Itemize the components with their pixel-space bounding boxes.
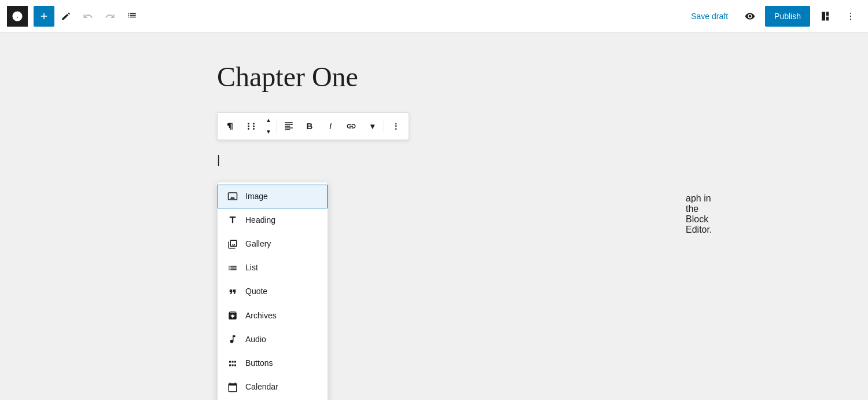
move-up-button[interactable]: ▲: [262, 115, 275, 126]
align-icon: [284, 121, 294, 131]
italic-button[interactable]: I: [320, 116, 341, 137]
toolbar-divider-2: [384, 119, 384, 133]
paragraph-block[interactable]: | Image: [217, 149, 651, 170]
audio-icon: [227, 333, 238, 345]
pencil-icon: [61, 11, 71, 21]
preview-button[interactable]: [740, 6, 760, 27]
move-up-down-buttons: ▲ ▼: [262, 115, 275, 138]
block-type-button[interactable]: [220, 116, 241, 137]
dropdown-item-quote[interactable]: Quote: [218, 280, 328, 303]
dropdown-item-archives[interactable]: Archives: [218, 304, 328, 328]
add-block-button[interactable]: [34, 6, 54, 27]
preview-icon: [745, 11, 755, 21]
link-icon: [346, 121, 356, 131]
post-title[interactable]: Chapter One: [217, 60, 651, 94]
redo-button[interactable]: [100, 6, 120, 27]
gallery-label: Gallery: [245, 237, 271, 251]
heading-label: Heading: [245, 213, 275, 227]
dropdown-item-image[interactable]: Image: [218, 185, 328, 208]
list-icon: [227, 262, 238, 274]
calendar-icon: [227, 381, 238, 393]
gallery-icon: [227, 238, 238, 250]
redo-icon: [105, 11, 115, 21]
document-overview-button[interactable]: [122, 6, 142, 27]
save-draft-button[interactable]: Save draft: [684, 8, 735, 24]
paragraph-icon: [225, 121, 236, 131]
cursor-indicator: |: [217, 153, 220, 166]
block-toolbar: ▲ ▼ B I ▾ ⋮: [217, 112, 409, 140]
main-toolbar: Save draft Publish: [0, 0, 868, 32]
buttons-label: Buttons: [245, 356, 273, 370]
block-inserter-dropdown: Image Heading: [217, 182, 328, 400]
undo-icon: [83, 11, 93, 21]
editor-area: Chapter One ▲ ▼: [0, 32, 868, 400]
bold-label: B: [307, 121, 313, 131]
settings-button[interactable]: [815, 6, 836, 27]
partial-text: aph in the Block Editor.: [686, 193, 712, 235]
plus-icon: [39, 11, 49, 21]
svg-point-2: [850, 19, 851, 20]
settings-icon: [820, 11, 830, 21]
buttons-icon: [227, 358, 238, 369]
dropdown-item-calendar[interactable]: Calendar: [218, 375, 328, 399]
italic-label: I: [329, 121, 332, 131]
list-view-icon: [127, 11, 137, 21]
drag-handle-button[interactable]: [241, 116, 262, 137]
dropdown-item-audio[interactable]: Audio: [218, 328, 328, 351]
dropdown-item-gallery[interactable]: Gallery: [218, 232, 328, 256]
more-vertical-icon: [845, 11, 856, 21]
publish-button[interactable]: Publish: [765, 6, 810, 27]
archives-icon: [227, 310, 238, 321]
svg-point-0: [850, 12, 851, 13]
toolbar-right: Save draft Publish: [684, 6, 861, 27]
archives-label: Archives: [245, 309, 277, 323]
list-label: List: [245, 260, 258, 275]
bold-button[interactable]: B: [299, 116, 320, 137]
heading-icon: [227, 214, 238, 226]
image-label: Image: [245, 189, 268, 204]
wp-logo: [7, 6, 28, 27]
drag-icon: [246, 121, 256, 131]
dropdown-item-list[interactable]: List: [218, 256, 328, 280]
dropdown-item-heading[interactable]: Heading: [218, 208, 328, 232]
wordpress-icon: [12, 10, 23, 22]
calendar-label: Calendar: [245, 380, 278, 394]
move-down-button[interactable]: ▼: [262, 126, 275, 138]
editor-content: Chapter One ▲ ▼: [217, 60, 651, 372]
dropdown-item-buttons[interactable]: Buttons: [218, 351, 328, 375]
quote-icon: [227, 286, 238, 298]
quote-label: Quote: [245, 284, 267, 299]
undo-button[interactable]: [78, 6, 98, 27]
more-options-button[interactable]: [840, 6, 861, 27]
audio-label: Audio: [245, 332, 266, 347]
toolbar-divider-1: [277, 119, 277, 133]
toolbar-left: [7, 6, 142, 27]
link-dropdown-button[interactable]: ▾: [362, 116, 382, 137]
svg-point-1: [850, 15, 851, 16]
image-icon: [227, 190, 238, 202]
tools-button[interactable]: [56, 6, 76, 27]
block-more-options-button[interactable]: ⋮: [385, 116, 406, 137]
link-button[interactable]: [341, 116, 362, 137]
align-button[interactable]: [278, 116, 299, 137]
